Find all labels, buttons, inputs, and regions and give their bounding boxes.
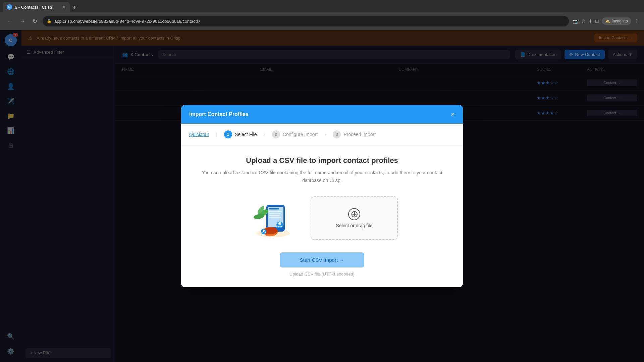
svg-point-14	[278, 222, 281, 225]
step-2[interactable]: 2 Configure Import	[272, 130, 318, 138]
reload-button[interactable]: ↻	[31, 16, 39, 26]
step-2-number: 2	[272, 130, 280, 138]
svg-rect-5	[269, 213, 281, 214]
dropzone-label: Select or drag file	[336, 223, 373, 228]
forward-button[interactable]: →	[18, 16, 27, 26]
start-csv-import-button[interactable]: Start CSV Import →	[280, 252, 365, 267]
step-3[interactable]: 3 Proceed Import	[333, 130, 376, 138]
quicktour-link[interactable]: Quicktour	[189, 132, 209, 137]
step-1[interactable]: 1 Select File	[224, 130, 257, 138]
step-sep-3: ›	[324, 131, 326, 137]
modal-main-title: Upload a CSV file to import contact prof…	[195, 156, 449, 165]
import-hint: Upload CSV file (UTF-8 encoded)	[195, 272, 449, 277]
step-1-number: 1	[224, 130, 232, 138]
file-dropzone[interactable]: ⊕ Select or drag file	[311, 196, 398, 240]
incognito-icon: 🕵	[605, 19, 610, 23]
modal-subtitle: You can upload a standard CSV file conta…	[195, 169, 449, 184]
step-2-label: Configure Import	[283, 132, 318, 137]
svg-rect-6	[269, 215, 280, 216]
star-icon[interactable]: ☆	[581, 18, 586, 24]
import-modal: Import Contact Profiles × Quicktour | 1 …	[181, 105, 463, 287]
tab-close-button[interactable]: ✕	[62, 4, 66, 10]
url-text: app.crisp.chat/website/6833ae5b-844d-4c9…	[54, 19, 200, 24]
csv-illustration	[246, 195, 300, 242]
upload-section: ⊕ Select or drag file	[195, 195, 449, 242]
modal-title: Import Contact Profiles	[189, 111, 249, 117]
svg-point-16	[263, 230, 265, 232]
menu-icon[interactable]: ⋮	[634, 18, 639, 24]
modal-overlay[interactable]: Import Contact Profiles × Quicktour | 1 …	[0, 30, 644, 362]
camera-icon: 📷	[573, 18, 579, 24]
modal-close-button[interactable]: ×	[451, 111, 455, 118]
address-bar[interactable]: 🔒 app.crisp.chat/website/6833ae5b-844d-4…	[43, 16, 569, 26]
browser-actions: 📷 ☆ ⬇ ⊡ 🕵 Incognito ⋮	[573, 17, 639, 25]
step-1-label: Select File	[235, 132, 257, 137]
devices-icon[interactable]: ⊡	[595, 18, 599, 24]
modal-header: Import Contact Profiles ×	[181, 105, 463, 124]
new-tab-button[interactable]: +	[70, 4, 79, 11]
step-separator: |	[216, 131, 217, 137]
active-tab[interactable]: C 6 - Contacts | Crisp ✕	[3, 2, 70, 12]
incognito-label: Incognito	[611, 19, 628, 23]
step-sep-2: ›	[263, 131, 265, 137]
lock-icon: 🔒	[47, 19, 52, 23]
svg-rect-4	[269, 211, 282, 212]
modal-steps: Quicktour | 1 Select File › 2 Configure …	[181, 124, 463, 145]
browser-chrome: C 6 - Contacts | Crisp ✕ + ← → ↻ 🔒 app.c…	[0, 0, 644, 30]
step-3-label: Proceed Import	[343, 132, 376, 137]
browser-toolbar: ← → ↻ 🔒 app.crisp.chat/website/6833ae5b-…	[0, 12, 644, 30]
incognito-button[interactable]: 🕵 Incognito	[602, 17, 631, 25]
step-3-number: 3	[333, 130, 341, 138]
add-file-icon: ⊕	[348, 208, 360, 220]
back-button[interactable]: ←	[5, 16, 14, 26]
svg-rect-7	[269, 217, 281, 218]
modal-content: Upload a CSV file to import contact prof…	[181, 145, 463, 287]
svg-rect-3	[269, 208, 279, 209]
browser-tabs: C 6 - Contacts | Crisp ✕ +	[0, 0, 644, 12]
download-icon[interactable]: ⬇	[588, 18, 592, 24]
tab-favicon: C	[7, 4, 12, 10]
tab-label: 6 - Contacts | Crisp	[15, 5, 52, 10]
